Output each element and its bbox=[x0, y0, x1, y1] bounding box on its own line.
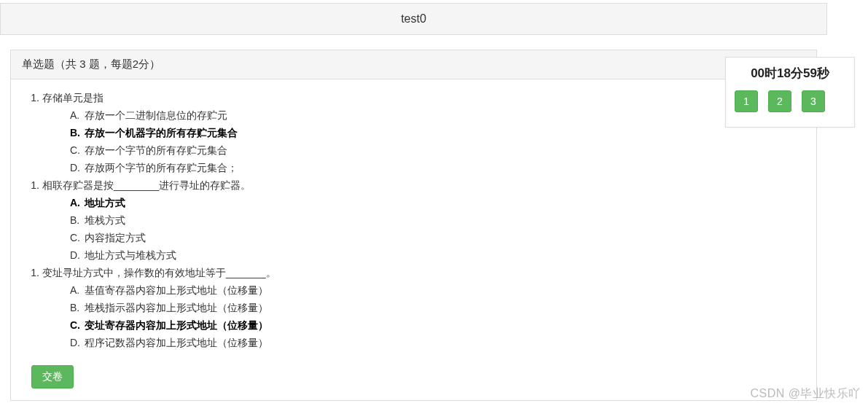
option-letter: C. bbox=[70, 144, 85, 156]
option-text: 地址方式 bbox=[85, 197, 125, 208]
question-number: 1. bbox=[22, 267, 39, 278]
page-title: test0 bbox=[0, 3, 827, 35]
exam-panel: 单选题（共 3 题，每题2分） 1.存储单元是指A.存放一个二进制信息位的存贮元… bbox=[10, 50, 817, 401]
option[interactable]: C.变址寄存器内容加上形式地址（位移量） bbox=[70, 319, 805, 332]
option[interactable]: D.程序记数器内容加上形式地址（位移量） bbox=[70, 337, 805, 350]
question-nav-button[interactable]: 1 bbox=[735, 90, 758, 112]
option-letter: C. bbox=[70, 232, 85, 243]
question-text: 变址寻址方式中，操作数的有效地址等于_______。 bbox=[42, 267, 276, 278]
countdown-timer: 00时18分59秒 bbox=[733, 65, 847, 82]
option[interactable]: A.地址方式 bbox=[70, 197, 805, 210]
option[interactable]: B.存放一个机器字的所有存贮元集合 bbox=[70, 127, 805, 140]
option-letter: A. bbox=[70, 284, 85, 296]
question: 1.变址寻址方式中，操作数的有效地址等于_______。A.基值寄存器内容加上形… bbox=[22, 267, 805, 350]
option-text: 内容指定方式 bbox=[85, 232, 146, 243]
submit-button[interactable]: 交卷 bbox=[31, 365, 74, 389]
question: 1.相联存贮器是按________进行寻址的存贮器。A.地址方式B.堆栈方式C.… bbox=[22, 179, 805, 262]
option-letter: D. bbox=[70, 249, 85, 261]
side-panel: 00时18分59秒 123 bbox=[725, 57, 855, 128]
option-text: 堆栈指示器内容加上形式地址（位移量） bbox=[85, 302, 268, 313]
question-text: 相联存贮器是按________进行寻址的存贮器。 bbox=[42, 179, 251, 191]
option-letter: D. bbox=[70, 162, 85, 173]
option[interactable]: C.内容指定方式 bbox=[70, 232, 805, 245]
option-text: 存放一个二进制信息位的存贮元 bbox=[85, 109, 227, 121]
option-text: 堆栈方式 bbox=[85, 214, 125, 226]
option[interactable]: D.地址方式与堆栈方式 bbox=[70, 249, 805, 262]
option-letter: A. bbox=[70, 197, 85, 208]
section-heading: 单选题（共 3 题，每题2分） bbox=[11, 50, 816, 79]
question-stem: 1.存储单元是指 bbox=[42, 92, 805, 105]
question-nav-button[interactable]: 3 bbox=[802, 90, 825, 112]
question: 1.存储单元是指A.存放一个二进制信息位的存贮元B.存放一个机器字的所有存贮元集… bbox=[22, 92, 805, 175]
option-text: 存放两个字节的所有存贮元集合； bbox=[85, 162, 238, 173]
option-letter: B. bbox=[70, 214, 85, 226]
option-text: 基值寄存器内容加上形式地址（位移量） bbox=[85, 284, 268, 296]
option-letter: D. bbox=[70, 337, 85, 348]
option-letter: B. bbox=[70, 127, 85, 138]
option-letter: B. bbox=[70, 302, 85, 313]
option[interactable]: A.基值寄存器内容加上形式地址（位移量） bbox=[70, 284, 805, 297]
option-letter: C. bbox=[70, 319, 85, 331]
question-stem: 1.变址寻址方式中，操作数的有效地址等于_______。 bbox=[42, 267, 805, 280]
option-text: 变址寄存器内容加上形式地址（位移量） bbox=[85, 319, 268, 331]
option-text: 存放一个机器字的所有存贮元集合 bbox=[85, 127, 238, 138]
option[interactable]: D.存放两个字节的所有存贮元集合； bbox=[70, 162, 805, 175]
option[interactable]: B.堆栈指示器内容加上形式地址（位移量） bbox=[70, 302, 805, 315]
option[interactable]: B.堆栈方式 bbox=[70, 214, 805, 227]
question-text: 存储单元是指 bbox=[42, 92, 103, 104]
option-text: 存放一个字节的所有存贮元集合 bbox=[85, 144, 227, 156]
option-text: 地址方式与堆栈方式 bbox=[85, 249, 176, 261]
question-number: 1. bbox=[22, 92, 39, 104]
option[interactable]: A.存放一个二进制信息位的存贮元 bbox=[70, 109, 805, 122]
question-nav-button[interactable]: 2 bbox=[768, 90, 791, 112]
option[interactable]: C.存放一个字节的所有存贮元集合 bbox=[70, 144, 805, 157]
question-number: 1. bbox=[22, 179, 39, 191]
option-text: 程序记数器内容加上形式地址（位移量） bbox=[85, 337, 268, 348]
option-letter: A. bbox=[70, 109, 85, 121]
question-stem: 1.相联存贮器是按________进行寻址的存贮器。 bbox=[42, 179, 805, 192]
